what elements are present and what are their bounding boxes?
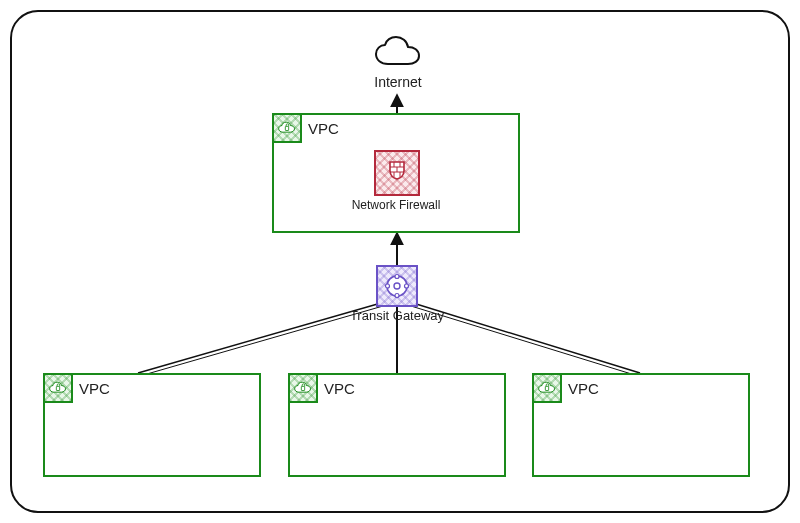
vpc-icon [288,373,318,403]
internet-label: Internet [358,74,438,90]
network-firewall-label: Network Firewall [336,198,456,212]
vpc-icon [532,373,562,403]
egress-vpc-label: VPC [308,120,339,137]
spoke-vpc-left: VPC [43,373,261,477]
svg-point-20 [405,284,409,288]
svg-point-18 [395,294,399,298]
spoke-vpc-right: VPC [532,373,750,477]
internet-node [370,34,426,78]
spoke-vpc-center: VPC [288,373,506,477]
spoke-vpc-center-tag: VPC [288,373,355,403]
vpc-icon [272,113,302,143]
spoke-vpc-right-label: VPC [568,380,599,397]
transit-gateway-icon [376,265,418,307]
spoke-vpc-left-tag: VPC [43,373,110,403]
transit-gateway-label: Transit Gateway [340,308,454,323]
spoke-vpc-right-tag: VPC [532,373,599,403]
egress-vpc-tag: VPC [272,113,339,143]
svg-point-17 [395,275,399,279]
svg-point-16 [394,283,400,289]
svg-point-19 [386,284,390,288]
vpc-icon [43,373,73,403]
spoke-vpc-left-label: VPC [79,380,110,397]
spoke-vpc-center-label: VPC [324,380,355,397]
cloud-icon [370,34,426,74]
network-firewall-icon [374,150,420,196]
